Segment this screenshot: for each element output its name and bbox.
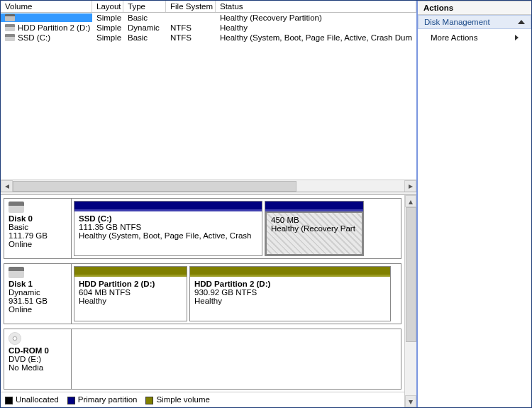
- legend-swatch-primary: [67, 397, 75, 404]
- partition-bar: [74, 267, 187, 277]
- legend-label: Unallocated: [16, 395, 59, 404]
- partition[interactable]: SSD (C:)111.35 GB NTFSHealthy (System, B…: [74, 201, 262, 256]
- scroll-right-button[interactable]: ▸: [404, 180, 416, 192]
- legend-label: Simple volume: [156, 395, 209, 404]
- disk-info: CD-ROM 0DVD (E:)No Media: [4, 329, 72, 389]
- collapse-icon: [518, 20, 525, 24]
- legend-label: Primary partition: [78, 395, 138, 404]
- col-layout[interactable]: Layout: [92, 1, 123, 12]
- scroll-up-button[interactable]: ▴: [405, 195, 416, 207]
- actions-header: Actions: [418, 1, 531, 15]
- actions-section[interactable]: Disk Management: [418, 15, 531, 29]
- partition[interactable]: HDD Partition 2 (D:)604 MB NTFSHealthy: [74, 266, 187, 321]
- col-status[interactable]: Status: [216, 1, 416, 12]
- graphical-view: Disk 0Basic111.79 GBOnlineSSD (C:)111.35…: [1, 195, 404, 407]
- partition-bar: [265, 202, 363, 211]
- scroll-thumb[interactable]: [13, 181, 297, 192]
- legend-swatch-unallocated: [5, 397, 13, 404]
- table-row[interactable]: HDD Partition 2 (D:)SimpleDynamicNTFSHea…: [1, 23, 416, 33]
- disk-row[interactable]: Disk 0Basic111.79 GBOnlineSSD (C:)111.35…: [4, 198, 401, 259]
- disk-row[interactable]: CD-ROM 0DVD (E:)No Media: [4, 329, 401, 390]
- volume-icon: [5, 14, 15, 21]
- partition-bar: [190, 267, 390, 277]
- table-row[interactable]: SSD (C:)SimpleBasicNTFSHealthy (System, …: [1, 33, 416, 43]
- partition-bar: [74, 202, 262, 211]
- col-filesystem[interactable]: File System: [166, 1, 216, 12]
- section-label: Disk Management: [424, 18, 490, 26]
- scroll-thumb[interactable]: [406, 207, 416, 342]
- legend-swatch-simple: [145, 397, 153, 404]
- disk-row[interactable]: Disk 1Dynamic931.51 GBOnlineHDD Partitio…: [4, 263, 401, 324]
- harddisk-icon: [9, 267, 24, 278]
- more-actions-item[interactable]: More Actions: [418, 29, 531, 46]
- vertical-scrollbar[interactable]: ▴ ▾: [404, 195, 416, 407]
- harddisk-icon: [9, 202, 24, 213]
- horizontal-scrollbar[interactable]: ◂ ▸: [1, 180, 416, 192]
- legend: Unallocated Primary partition Simple vol…: [1, 392, 404, 407]
- volume-icon: [5, 34, 15, 41]
- disk-info: Disk 0Basic111.79 GBOnline: [4, 199, 72, 258]
- scroll-down-button[interactable]: ▾: [405, 395, 416, 407]
- table-body: SimpleBasicHealthy (Recovery Partition)H…: [1, 13, 416, 180]
- partition[interactable]: 450 MBHealthy (Recovery Part: [265, 201, 364, 256]
- volume-name: HDD Partition 2 (D:): [18, 23, 90, 32]
- col-type[interactable]: Type: [123, 1, 166, 12]
- disk-info: Disk 1Dynamic931.51 GBOnline: [4, 264, 72, 324]
- col-volume[interactable]: Volume: [1, 1, 92, 12]
- volume-name: SSD (C:): [18, 33, 50, 42]
- table-row[interactable]: SimpleBasicHealthy (Recovery Partition): [1, 13, 416, 23]
- main-panel: Volume Layout Type File System Status Si…: [1, 1, 418, 407]
- table-header: Volume Layout Type File System Status: [1, 1, 416, 13]
- actions-panel: Actions Disk Management More Actions: [418, 1, 531, 407]
- partition[interactable]: HDD Partition 2 (D:)930.92 GB NTFSHealth…: [189, 266, 391, 321]
- chevron-right-icon: [515, 35, 519, 40]
- scroll-left-button[interactable]: ◂: [1, 180, 13, 192]
- more-actions-label: More Actions: [431, 33, 477, 42]
- volume-icon: [5, 24, 15, 31]
- volume-table: Volume Layout Type File System Status Si…: [1, 1, 416, 192]
- cdrom-icon: [9, 332, 21, 345]
